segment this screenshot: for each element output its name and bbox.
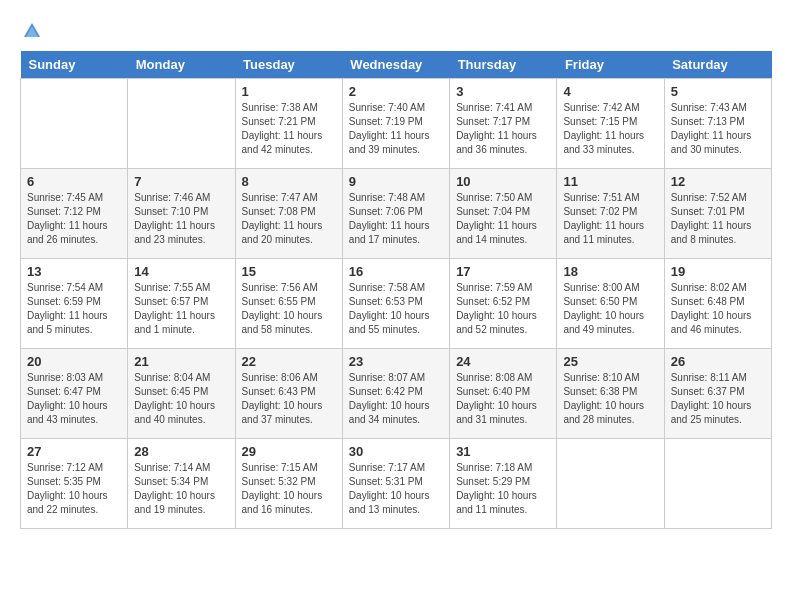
day-number: 21 xyxy=(134,354,228,369)
day-info: Sunrise: 8:00 AMSunset: 6:50 PMDaylight:… xyxy=(563,281,657,337)
day-info: Sunrise: 7:51 AMSunset: 7:02 PMDaylight:… xyxy=(563,191,657,247)
weekday-header-wednesday: Wednesday xyxy=(342,51,449,79)
day-number: 11 xyxy=(563,174,657,189)
weekday-header-sunday: Sunday xyxy=(21,51,128,79)
calendar-week-2: 6Sunrise: 7:45 AMSunset: 7:12 PMDaylight… xyxy=(21,169,772,259)
day-info: Sunrise: 7:40 AMSunset: 7:19 PMDaylight:… xyxy=(349,101,443,157)
table-row: 28Sunrise: 7:14 AMSunset: 5:34 PMDayligh… xyxy=(128,439,235,529)
day-info: Sunrise: 7:14 AMSunset: 5:34 PMDaylight:… xyxy=(134,461,228,517)
day-info: Sunrise: 7:48 AMSunset: 7:06 PMDaylight:… xyxy=(349,191,443,247)
table-row: 22Sunrise: 8:06 AMSunset: 6:43 PMDayligh… xyxy=(235,349,342,439)
logo xyxy=(20,20,42,41)
page-header xyxy=(20,20,772,41)
day-number: 5 xyxy=(671,84,765,99)
day-info: Sunrise: 7:56 AMSunset: 6:55 PMDaylight:… xyxy=(242,281,336,337)
day-number: 10 xyxy=(456,174,550,189)
day-info: Sunrise: 7:18 AMSunset: 5:29 PMDaylight:… xyxy=(456,461,550,517)
day-number: 27 xyxy=(27,444,121,459)
day-info: Sunrise: 7:54 AMSunset: 6:59 PMDaylight:… xyxy=(27,281,121,337)
day-number: 12 xyxy=(671,174,765,189)
day-info: Sunrise: 7:55 AMSunset: 6:57 PMDaylight:… xyxy=(134,281,228,337)
table-row: 21Sunrise: 8:04 AMSunset: 6:45 PMDayligh… xyxy=(128,349,235,439)
table-row: 24Sunrise: 8:08 AMSunset: 6:40 PMDayligh… xyxy=(450,349,557,439)
table-row: 1Sunrise: 7:38 AMSunset: 7:21 PMDaylight… xyxy=(235,79,342,169)
table-row: 9Sunrise: 7:48 AMSunset: 7:06 PMDaylight… xyxy=(342,169,449,259)
table-row xyxy=(128,79,235,169)
day-info: Sunrise: 7:50 AMSunset: 7:04 PMDaylight:… xyxy=(456,191,550,247)
table-row: 10Sunrise: 7:50 AMSunset: 7:04 PMDayligh… xyxy=(450,169,557,259)
day-number: 29 xyxy=(242,444,336,459)
day-number: 1 xyxy=(242,84,336,99)
table-row: 5Sunrise: 7:43 AMSunset: 7:13 PMDaylight… xyxy=(664,79,771,169)
table-row: 14Sunrise: 7:55 AMSunset: 6:57 PMDayligh… xyxy=(128,259,235,349)
weekday-header-tuesday: Tuesday xyxy=(235,51,342,79)
day-info: Sunrise: 8:04 AMSunset: 6:45 PMDaylight:… xyxy=(134,371,228,427)
day-info: Sunrise: 7:52 AMSunset: 7:01 PMDaylight:… xyxy=(671,191,765,247)
day-number: 4 xyxy=(563,84,657,99)
table-row: 7Sunrise: 7:46 AMSunset: 7:10 PMDaylight… xyxy=(128,169,235,259)
table-row: 11Sunrise: 7:51 AMSunset: 7:02 PMDayligh… xyxy=(557,169,664,259)
table-row: 18Sunrise: 8:00 AMSunset: 6:50 PMDayligh… xyxy=(557,259,664,349)
day-info: Sunrise: 8:06 AMSunset: 6:43 PMDaylight:… xyxy=(242,371,336,427)
day-number: 19 xyxy=(671,264,765,279)
day-number: 25 xyxy=(563,354,657,369)
table-row: 3Sunrise: 7:41 AMSunset: 7:17 PMDaylight… xyxy=(450,79,557,169)
day-number: 8 xyxy=(242,174,336,189)
table-row: 23Sunrise: 8:07 AMSunset: 6:42 PMDayligh… xyxy=(342,349,449,439)
day-info: Sunrise: 7:41 AMSunset: 7:17 PMDaylight:… xyxy=(456,101,550,157)
table-row xyxy=(664,439,771,529)
calendar-week-3: 13Sunrise: 7:54 AMSunset: 6:59 PMDayligh… xyxy=(21,259,772,349)
table-row: 2Sunrise: 7:40 AMSunset: 7:19 PMDaylight… xyxy=(342,79,449,169)
table-row: 4Sunrise: 7:42 AMSunset: 7:15 PMDaylight… xyxy=(557,79,664,169)
table-row xyxy=(21,79,128,169)
day-info: Sunrise: 7:17 AMSunset: 5:31 PMDaylight:… xyxy=(349,461,443,517)
calendar-week-5: 27Sunrise: 7:12 AMSunset: 5:35 PMDayligh… xyxy=(21,439,772,529)
table-row: 26Sunrise: 8:11 AMSunset: 6:37 PMDayligh… xyxy=(664,349,771,439)
table-row: 30Sunrise: 7:17 AMSunset: 5:31 PMDayligh… xyxy=(342,439,449,529)
table-row: 15Sunrise: 7:56 AMSunset: 6:55 PMDayligh… xyxy=(235,259,342,349)
day-number: 14 xyxy=(134,264,228,279)
day-info: Sunrise: 7:15 AMSunset: 5:32 PMDaylight:… xyxy=(242,461,336,517)
day-number: 17 xyxy=(456,264,550,279)
day-info: Sunrise: 7:45 AMSunset: 7:12 PMDaylight:… xyxy=(27,191,121,247)
day-number: 3 xyxy=(456,84,550,99)
day-number: 15 xyxy=(242,264,336,279)
day-info: Sunrise: 7:47 AMSunset: 7:08 PMDaylight:… xyxy=(242,191,336,247)
day-number: 24 xyxy=(456,354,550,369)
day-info: Sunrise: 7:42 AMSunset: 7:15 PMDaylight:… xyxy=(563,101,657,157)
table-row: 6Sunrise: 7:45 AMSunset: 7:12 PMDaylight… xyxy=(21,169,128,259)
table-row: 17Sunrise: 7:59 AMSunset: 6:52 PMDayligh… xyxy=(450,259,557,349)
day-info: Sunrise: 8:02 AMSunset: 6:48 PMDaylight:… xyxy=(671,281,765,337)
day-number: 7 xyxy=(134,174,228,189)
day-info: Sunrise: 8:10 AMSunset: 6:38 PMDaylight:… xyxy=(563,371,657,427)
weekday-header-saturday: Saturday xyxy=(664,51,771,79)
day-info: Sunrise: 8:07 AMSunset: 6:42 PMDaylight:… xyxy=(349,371,443,427)
day-number: 30 xyxy=(349,444,443,459)
table-row: 16Sunrise: 7:58 AMSunset: 6:53 PMDayligh… xyxy=(342,259,449,349)
day-number: 13 xyxy=(27,264,121,279)
day-number: 6 xyxy=(27,174,121,189)
day-info: Sunrise: 8:08 AMSunset: 6:40 PMDaylight:… xyxy=(456,371,550,427)
table-row: 25Sunrise: 8:10 AMSunset: 6:38 PMDayligh… xyxy=(557,349,664,439)
day-number: 2 xyxy=(349,84,443,99)
table-row: 8Sunrise: 7:47 AMSunset: 7:08 PMDaylight… xyxy=(235,169,342,259)
day-info: Sunrise: 7:38 AMSunset: 7:21 PMDaylight:… xyxy=(242,101,336,157)
calendar-week-4: 20Sunrise: 8:03 AMSunset: 6:47 PMDayligh… xyxy=(21,349,772,439)
table-row: 19Sunrise: 8:02 AMSunset: 6:48 PMDayligh… xyxy=(664,259,771,349)
weekday-header-thursday: Thursday xyxy=(450,51,557,79)
logo-icon xyxy=(22,21,42,41)
day-number: 22 xyxy=(242,354,336,369)
day-info: Sunrise: 7:12 AMSunset: 5:35 PMDaylight:… xyxy=(27,461,121,517)
day-info: Sunrise: 8:11 AMSunset: 6:37 PMDaylight:… xyxy=(671,371,765,427)
day-number: 18 xyxy=(563,264,657,279)
weekday-header-monday: Monday xyxy=(128,51,235,79)
day-info: Sunrise: 7:46 AMSunset: 7:10 PMDaylight:… xyxy=(134,191,228,247)
day-number: 20 xyxy=(27,354,121,369)
day-number: 31 xyxy=(456,444,550,459)
day-info: Sunrise: 7:43 AMSunset: 7:13 PMDaylight:… xyxy=(671,101,765,157)
day-number: 9 xyxy=(349,174,443,189)
day-number: 26 xyxy=(671,354,765,369)
weekday-header-row: SundayMondayTuesdayWednesdayThursdayFrid… xyxy=(21,51,772,79)
day-number: 28 xyxy=(134,444,228,459)
table-row: 31Sunrise: 7:18 AMSunset: 5:29 PMDayligh… xyxy=(450,439,557,529)
